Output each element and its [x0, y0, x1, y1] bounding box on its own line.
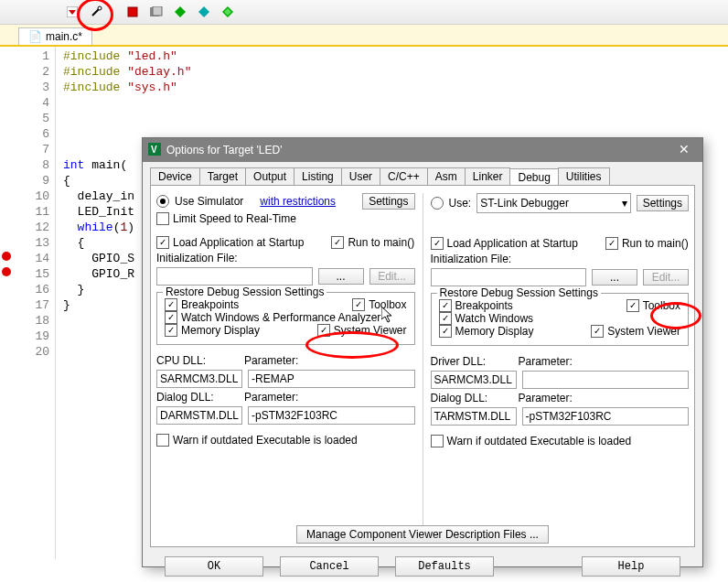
build-target-icon[interactable]	[124, 4, 141, 20]
tab-target[interactable]: Target	[199, 167, 246, 185]
sysview-right-checkbox[interactable]	[591, 325, 604, 338]
tab-c-cpp[interactable]: C/C++	[380, 167, 428, 185]
watch-perf-label: Watch Windows & Performance Analyzer	[181, 311, 380, 324]
file-tab-label: main.c*	[46, 30, 82, 43]
driver-dll-label: Driver DLL:	[431, 355, 513, 368]
load-app-left-checkbox[interactable]	[156, 236, 169, 249]
options-dialog: V Options for Target 'LED' ✕ Device Targ…	[142, 137, 703, 567]
warn-outdated-right-checkbox[interactable]	[431, 435, 444, 447]
browse-left-button[interactable]: ...	[318, 268, 364, 285]
dialog-param-left-input[interactable]: -pSTM32F103RC	[248, 406, 415, 425]
dialog-param-left-label: Parameter:	[244, 391, 298, 404]
breakpoint-marker[interactable]	[2, 252, 11, 261]
memory-right-label: Memory Display	[455, 325, 534, 338]
restore-group-right: Restore Debug Session Settings Breakpoin…	[431, 293, 690, 346]
restore-legend-left: Restore Debug Session Settings	[163, 286, 327, 298]
memory-left-label: Memory Display	[181, 324, 260, 337]
dialog-dll-left-input[interactable]: DARMSTM.DLL	[156, 406, 242, 425]
dialog-param-right-input[interactable]: -pSTM32F103RC	[522, 407, 690, 426]
debug-left-column: Use Simulator with restrictions Settings…	[156, 193, 415, 539]
memory-left-checkbox[interactable]	[165, 324, 177, 337]
debugger-settings-button[interactable]: Settings	[637, 195, 689, 211]
defaults-button[interactable]: Defaults	[395, 556, 494, 577]
dialog-titlebar[interactable]: V Options for Target 'LED' ✕	[143, 138, 702, 162]
sim-settings-button[interactable]: Settings	[362, 193, 414, 210]
dialog-dll-right-input[interactable]: TARMSTM.DLL	[431, 407, 517, 426]
run-to-main-right-label: Run to main()	[622, 237, 689, 250]
breakpoints-right-checkbox[interactable]	[439, 299, 452, 312]
run-to-main-left-label: Run to main()	[348, 236, 414, 249]
driver-dll-input[interactable]: SARMCM3.DLL	[431, 371, 517, 389]
breakpoints-left-checkbox[interactable]	[165, 298, 177, 311]
edit-left-button[interactable]: Edit...	[369, 268, 415, 285]
dialog-tabs: Device Target Output Listing User C/C++ …	[143, 162, 702, 185]
tab-linker[interactable]: Linker	[465, 167, 511, 185]
tab-asm[interactable]: Asm	[427, 167, 466, 185]
restore-legend-right: Restore Debug Session Settings	[437, 286, 601, 299]
use-debugger-radio[interactable]	[431, 197, 444, 210]
use-simulator-label: Use Simulator	[175, 195, 243, 208]
watch-right-label: Watch Windows	[455, 312, 534, 325]
svg-rect-3	[128, 7, 137, 16]
cpu-dll-input[interactable]: SARMCM3.DLL	[156, 370, 242, 388]
cpu-param-label: Parameter:	[244, 354, 298, 367]
toolbox-right-checkbox[interactable]	[626, 299, 639, 312]
with-restrictions-link[interactable]: with restrictions	[260, 195, 336, 208]
load-app-right-label: Load Application at Startup	[447, 237, 578, 250]
dialog-param-right-label: Parameter:	[519, 392, 573, 404]
sysview-left-label: System Viewer	[334, 324, 407, 337]
build-all-icon[interactable]	[148, 4, 165, 20]
run-to-main-right-checkbox[interactable]	[605, 237, 618, 250]
help-button[interactable]: Help	[582, 556, 680, 577]
init-file-left-input[interactable]	[156, 267, 313, 286]
svg-point-2	[98, 6, 102, 10]
tab-utilities[interactable]: Utilities	[558, 167, 610, 185]
toolbox-left-checkbox[interactable]	[352, 298, 365, 311]
wand-icon[interactable]	[88, 4, 104, 20]
dialog-button-bar: OK Cancel Defaults Help	[143, 547, 702, 582]
sysview-left-checkbox[interactable]	[317, 324, 330, 337]
watch-perf-checkbox[interactable]	[165, 311, 177, 324]
breakpoint-marker[interactable]	[2, 267, 11, 276]
diamond-green-icon[interactable]	[172, 4, 188, 20]
chevron-down-icon: ▾	[622, 194, 627, 212]
tab-device[interactable]: Device	[150, 167, 200, 185]
use-simulator-radio[interactable]	[156, 195, 169, 208]
dropdown-icon[interactable]	[64, 4, 80, 20]
diamond-teal-icon[interactable]	[196, 4, 212, 20]
tab-user[interactable]: User	[341, 167, 380, 185]
tab-listing[interactable]: Listing	[294, 167, 342, 185]
edit-right-button[interactable]: Edit...	[643, 269, 689, 286]
tab-output[interactable]: Output	[245, 167, 294, 185]
cancel-button[interactable]: Cancel	[280, 556, 379, 577]
run-to-main-left-checkbox[interactable]	[331, 236, 344, 249]
init-file-right-label: Initialization File:	[431, 253, 690, 265]
manage-component-button[interactable]: Manage Component Viewer Description File…	[296, 525, 549, 544]
restore-group-left: Restore Debug Session Settings Breakpoin…	[156, 292, 415, 345]
ok-button[interactable]: OK	[165, 556, 263, 577]
file-tab-main-c[interactable]: 📄 main.c*	[18, 27, 92, 45]
memory-right-checkbox[interactable]	[439, 325, 452, 338]
load-app-right-checkbox[interactable]	[431, 237, 444, 250]
line-gutter: 1234567891011121314151617181920	[0, 47, 56, 559]
file-icon: 📄	[28, 30, 42, 43]
tab-debug[interactable]: Debug	[509, 168, 558, 186]
use-debugger-label: Use:	[449, 197, 472, 210]
warn-outdated-left-checkbox[interactable]	[156, 434, 169, 447]
debugger-select[interactable]: ST-Link Debugger ▾	[476, 193, 630, 213]
watch-right-checkbox[interactable]	[439, 312, 452, 325]
diamond-stack-icon[interactable]	[219, 4, 236, 20]
dialog-dll-right-label: Dialog DLL:	[431, 392, 513, 404]
close-icon[interactable]: ✕	[671, 141, 697, 159]
sysview-right-label: System Viewer	[607, 325, 680, 338]
dialog-dll-left-label: Dialog DLL:	[156, 391, 239, 404]
svg-rect-5	[153, 6, 162, 16]
init-file-right-input[interactable]	[431, 268, 587, 286]
breakpoints-right-label: Breakpoints	[455, 299, 513, 312]
browse-right-button[interactable]: ...	[592, 269, 637, 286]
limit-speed-checkbox[interactable]	[156, 212, 169, 225]
cpu-param-input[interactable]: -REMAP	[248, 370, 415, 388]
warn-outdated-left-label: Warn if outdated Executable is loaded	[173, 434, 358, 447]
load-app-left-label: Load Application at Startup	[173, 236, 304, 249]
driver-param-input[interactable]	[522, 371, 690, 389]
